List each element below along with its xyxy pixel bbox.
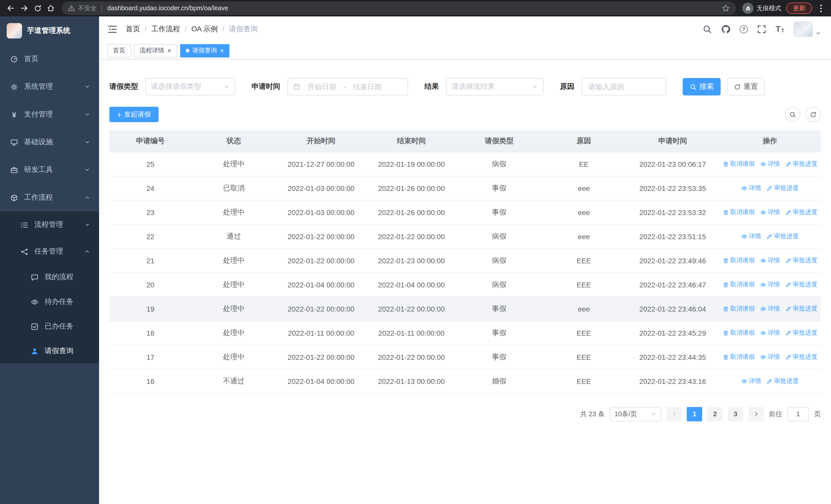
close-icon[interactable]: × [167, 47, 171, 54]
cancel-leave-link[interactable]: 取消请假 [722, 328, 755, 337]
detail-link[interactable]: 详情 [741, 184, 761, 192]
detail-link[interactable]: 详情 [760, 256, 780, 265]
result-select[interactable]: 请选择流结果 [446, 78, 544, 95]
close-icon[interactable]: × [220, 47, 224, 54]
apply-time-range-picker[interactable]: - [287, 78, 408, 95]
user-avatar[interactable] [794, 22, 813, 37]
create-leave-button[interactable]: + 发起请假 [109, 107, 159, 122]
cell-start-time: 2022-01-11 00:00:00 [276, 321, 366, 345]
prev-page-button[interactable] [666, 407, 682, 421]
eye-icon [760, 306, 766, 312]
reset-button[interactable]: 重置 [727, 78, 765, 95]
cancel-leave-link[interactable]: 取消请假 [722, 304, 755, 313]
cell-apply-id: 20 [109, 272, 192, 297]
approval-progress-link[interactable]: 审批进度 [766, 232, 799, 241]
dashboard-icon [10, 55, 18, 63]
detail-link[interactable]: 详情 [760, 304, 780, 313]
sidebar-item-todo-tasks[interactable]: 待办任务 [0, 290, 99, 314]
cell-leave-type: 事假 [457, 297, 542, 321]
detail-link[interactable]: 详情 [760, 280, 780, 289]
detail-link[interactable]: 详情 [760, 353, 780, 361]
tab-process-detail[interactable]: 流程详情 × [134, 44, 177, 57]
eye-icon [31, 298, 38, 306]
search-icon[interactable] [703, 25, 712, 34]
next-page-button[interactable] [748, 407, 764, 421]
leave-type-select[interactable]: 请选择请假类型 [145, 78, 235, 95]
cancel-leave-link[interactable]: 取消请假 [722, 353, 755, 361]
sidebar-item-my-process[interactable]: 我的流程 [0, 265, 99, 290]
breadcrumb-home[interactable]: 首页 [126, 25, 140, 34]
page-size-select[interactable]: 10条/页 [610, 407, 661, 421]
approval-progress-link[interactable]: 审批进度 [766, 184, 799, 192]
sidebar-item-workflow[interactable]: 工作流程 [0, 184, 99, 211]
tab-home[interactable]: 首页 [107, 44, 131, 57]
end-date-input[interactable] [348, 83, 387, 91]
sidebar-item-done-tasks[interactable]: 已办任务 [0, 314, 99, 339]
approval-progress-link[interactable]: 审批进度 [785, 304, 818, 313]
cell-leave-type: 病假 [457, 272, 542, 297]
cell-reason: EEE [542, 272, 626, 297]
help-icon[interactable]: ? [740, 25, 748, 33]
sidebar-collapse-icon[interactable] [107, 24, 118, 34]
sidebar-item-task-management[interactable]: 任务管理 [0, 238, 99, 265]
detail-link[interactable]: 详情 [760, 208, 780, 216]
browser-reload-button[interactable] [31, 2, 44, 15]
page-2-button[interactable]: 2 [707, 407, 723, 421]
bookmark-star-icon[interactable] [722, 4, 730, 12]
browser-menu-icon[interactable] [817, 2, 825, 14]
cancel-leave-link[interactable]: 取消请假 [722, 159, 755, 168]
cell-actions: 取消请假详情审批进度 [719, 321, 821, 345]
briefcase-icon [10, 166, 18, 174]
sidebar-item-process-management[interactable]: 流程管理 [0, 211, 99, 238]
tab-leave-query[interactable]: 请假查询 × [180, 44, 229, 57]
warning-icon [68, 5, 75, 12]
sidebar-item-payment-management[interactable]: ¥ 支付管理 [0, 100, 99, 128]
breadcrumb-oa-example[interactable]: OA 示例 [180, 25, 218, 34]
detail-link[interactable]: 详情 [760, 159, 780, 168]
cancel-leave-link[interactable]: 取消请假 [722, 256, 755, 265]
user-menu[interactable] [794, 22, 821, 37]
browser-home-button[interactable] [44, 2, 57, 15]
detail-link[interactable]: 详情 [741, 232, 761, 241]
page-1-button[interactable]: 1 [687, 407, 702, 421]
detail-link[interactable]: 详情 [741, 377, 761, 385]
approval-progress-link[interactable]: 审批进度 [785, 328, 818, 337]
sidebar-item-home[interactable]: 首页 [0, 45, 99, 73]
approval-progress-link[interactable]: 审批进度 [785, 280, 818, 289]
browser-update-button[interactable]: 更新 [786, 3, 812, 14]
goto-page-input[interactable] [787, 407, 809, 421]
approval-progress-link[interactable]: 审批进度 [785, 159, 818, 168]
sidebar-item-leave-query[interactable]: 请假查询 [0, 339, 99, 363]
fullscreen-icon[interactable] [757, 25, 766, 34]
address-bar[interactable]: 不安全 dashboard.yudao.iocoder.cn/bpm/oa/le… [62, 2, 736, 15]
cell-reason: EEE [542, 248, 626, 272]
browser-back-button[interactable] [4, 2, 18, 15]
search-button[interactable]: 搜索 [683, 78, 721, 95]
url-text[interactable]: dashboard.yudao.iocoder.cn/bpm/oa/leave [107, 5, 718, 12]
column-start-time: 开始时间 [276, 130, 366, 152]
font-size-icon[interactable]: TT [776, 25, 784, 33]
approval-progress-link[interactable]: 审批进度 [766, 377, 799, 385]
approval-progress-link[interactable]: 审批进度 [785, 256, 818, 265]
approval-progress-link[interactable]: 审批进度 [785, 353, 818, 361]
approval-progress-link[interactable]: 审批进度 [785, 208, 818, 216]
table-row: 18 处理中 2022-01-11 00:00:00 2022-01-11 00… [109, 321, 821, 345]
security-label[interactable]: 不安全 [78, 4, 96, 12]
chevron-up-icon [85, 195, 90, 200]
cancel-leave-link[interactable]: 取消请假 [722, 208, 755, 216]
sidebar-item-system-management[interactable]: 系统管理 [0, 73, 99, 100]
detail-link[interactable]: 详情 [760, 328, 780, 337]
column-status: 状态 [192, 130, 276, 152]
github-icon[interactable] [721, 25, 730, 34]
start-date-input[interactable] [302, 83, 341, 91]
search-icon [789, 111, 796, 118]
browser-forward-button[interactable] [18, 2, 31, 15]
refresh-table-button[interactable] [805, 107, 821, 122]
sidebar-item-infrastructure[interactable]: 基础设施 [0, 128, 99, 156]
breadcrumb-workflow[interactable]: 工作流程 [140, 25, 180, 34]
toggle-search-button[interactable] [785, 107, 800, 122]
reason-input[interactable] [582, 83, 666, 91]
cancel-leave-link[interactable]: 取消请假 [722, 280, 755, 289]
sidebar-item-dev-tools[interactable]: 研发工具 [0, 156, 99, 184]
page-3-button[interactable]: 3 [728, 407, 743, 421]
